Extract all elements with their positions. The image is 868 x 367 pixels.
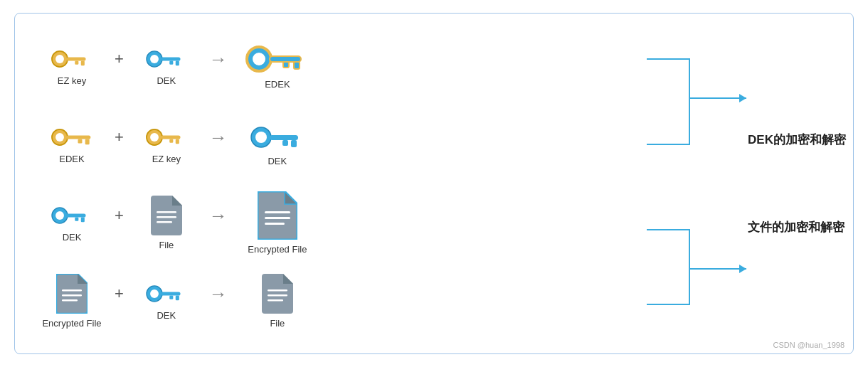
svg-marker-53 (739, 265, 746, 273)
ez-key-1-label: EZ key (58, 75, 86, 86)
svg-rect-32 (66, 213, 85, 217)
label-dek-encrypt: DEK的加密和解密 (748, 132, 846, 148)
arrow-4: → (209, 283, 228, 305)
svg-rect-40 (265, 223, 285, 225)
svg-point-31 (55, 211, 64, 220)
svg-rect-18 (85, 139, 90, 144)
svg-rect-47 (176, 295, 179, 300)
edek-1-label: EDEK (265, 79, 290, 90)
svg-rect-51 (268, 299, 283, 302)
svg-rect-34 (75, 217, 78, 220)
item-edek-1: EDEK (235, 43, 320, 90)
svg-rect-8 (176, 60, 179, 65)
file-icon-3 (151, 196, 182, 235)
file-4-label: File (270, 318, 285, 329)
svg-rect-42 (62, 294, 82, 297)
right-panel: DEK的加密和解密 文件的加密和解密 (640, 20, 853, 347)
svg-rect-46 (161, 292, 180, 295)
item-dek-1: DEK (131, 47, 202, 86)
arrow-3: → (209, 205, 228, 227)
file-result-icon-4 (262, 274, 293, 314)
plus-3: + (115, 206, 124, 225)
dek-2-label: DEK (268, 156, 287, 166)
row-3: DEK + File → (36, 184, 640, 262)
svg-rect-41 (62, 289, 82, 292)
svg-rect-23 (176, 139, 179, 144)
dek-result-icon (245, 123, 309, 151)
svg-point-1 (55, 55, 64, 63)
bracket-labels: DEK的加密和解密 文件的加密和解密 (748, 132, 846, 235)
arrow-1: → (209, 48, 228, 70)
svg-rect-2 (66, 57, 85, 60)
svg-point-26 (255, 132, 267, 143)
row-1: EZ key + DEK → (36, 27, 640, 105)
label-file-encrypt: 文件的加密和解密 (748, 219, 846, 235)
svg-marker-52 (739, 94, 746, 102)
item-edek-2: EDEK (36, 125, 107, 164)
svg-point-45 (150, 289, 159, 298)
encrypted-file-4-label: Encrypted File (42, 318, 101, 329)
item-encrypted-file-3: Encrypted File (235, 191, 320, 255)
edek-icon-2 (48, 125, 96, 149)
svg-rect-22 (161, 135, 180, 139)
svg-rect-29 (282, 140, 288, 146)
item-file-3: File (131, 196, 202, 250)
svg-rect-7 (161, 57, 180, 60)
file-3-label: File (159, 240, 174, 250)
plus-1: + (115, 50, 124, 68)
row-2: EDEK + EZ key → (36, 105, 640, 184)
edek-icon (242, 43, 313, 75)
dek-icon-3 (48, 203, 96, 228)
svg-rect-43 (62, 299, 78, 302)
svg-rect-24 (169, 139, 173, 142)
item-ezkey-2: EZ key (131, 125, 202, 164)
svg-rect-3 (81, 60, 85, 65)
encrypted-file-icon (258, 191, 297, 240)
ez-key-icon-2 (142, 125, 191, 149)
dek-1-label: DEK (157, 75, 176, 86)
arrow-2: → (209, 127, 228, 149)
ez-key-2-label: EZ key (152, 154, 181, 164)
item-file-result-4: File (235, 274, 320, 329)
dek-icon-4 (142, 282, 191, 306)
dek-3-label: DEK (63, 232, 82, 243)
svg-point-6 (150, 55, 159, 63)
svg-point-11 (253, 53, 265, 65)
svg-rect-48 (169, 295, 173, 299)
dek-icon-1 (142, 47, 191, 71)
svg-rect-28 (291, 140, 297, 147)
item-encrypted-file-4: Encrypted File (36, 274, 107, 329)
svg-point-21 (150, 133, 159, 142)
svg-rect-37 (157, 221, 172, 223)
svg-rect-39 (265, 217, 290, 219)
svg-rect-12 (270, 56, 301, 62)
svg-rect-50 (268, 294, 287, 297)
svg-rect-36 (157, 216, 176, 218)
item-dek-3: DEK (36, 203, 107, 243)
svg-point-16 (55, 133, 64, 142)
encrypted-file-icon-4 (56, 274, 88, 314)
row-4: Encrypted File + DEK → (36, 262, 640, 340)
svg-rect-33 (81, 217, 85, 222)
ez-key-icon (48, 47, 96, 71)
svg-rect-4 (75, 60, 78, 64)
svg-rect-13 (294, 62, 300, 69)
diagram-container: EZ key + DEK → (14, 13, 854, 354)
svg-rect-27 (270, 135, 298, 140)
item-dek-result-2: DEK (235, 123, 320, 166)
watermark: CSDN @huan_1998 (773, 341, 845, 349)
item-dek-4: DEK (131, 282, 202, 321)
dek-4-label: DEK (157, 310, 176, 321)
svg-rect-19 (78, 139, 83, 143)
svg-rect-9 (169, 60, 173, 64)
plus-4: + (115, 284, 124, 303)
item-ez-key-1: EZ key (36, 47, 107, 86)
svg-rect-49 (268, 289, 287, 292)
svg-rect-35 (157, 211, 176, 213)
encrypted-file-3-label: Encrypted File (248, 244, 307, 255)
diagram-area: EZ key + DEK → (15, 14, 640, 353)
edek-2-label: EDEK (59, 154, 84, 164)
svg-rect-14 (283, 62, 289, 68)
svg-rect-17 (66, 135, 90, 139)
svg-rect-38 (265, 211, 290, 213)
